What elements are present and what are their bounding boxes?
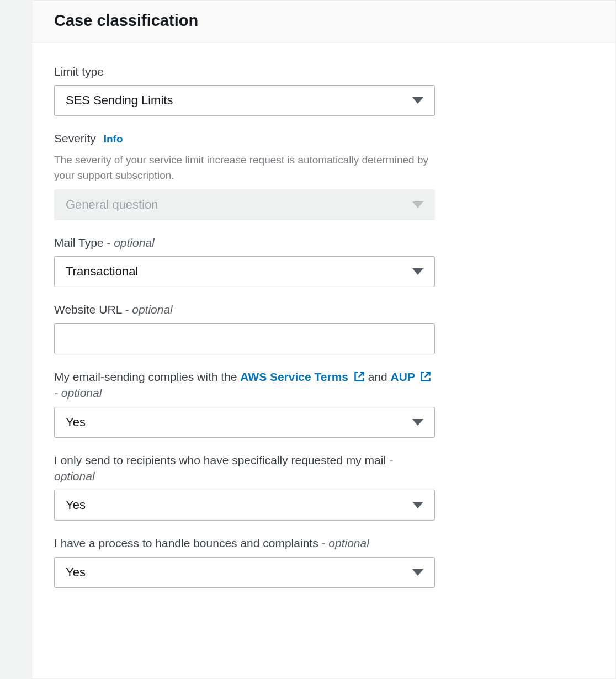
aup-link[interactable]: AUP [391,370,432,383]
panel-header: Case classification [32,1,615,43]
severity-label-row: Severity Info [54,130,435,147]
aws-service-terms-link[interactable]: AWS Service Terms [240,370,368,383]
field-limit-type: Limit type SES Sending Limits [54,63,435,116]
external-link-icon [420,371,431,382]
left-gutter [0,0,31,679]
website-url-optional: - optional [125,303,172,316]
bounces-optional: optional [328,537,369,549]
compliance-label-row: My email-sending complies with the AWS S… [54,369,435,401]
recipients-value: Yes [66,498,412,512]
field-website-url: Website URL - optional [54,301,435,354]
compliance-optional: - optional [54,386,102,399]
field-mail-type: Mail Type - optional Transactional [54,235,435,287]
recipients-label: I only send to recipients who have speci… [54,454,386,466]
case-classification-panel: Case classification Limit type SES Sendi… [31,0,616,679]
severity-value: General question [66,198,412,212]
external-link-icon [354,371,365,382]
field-recipients: I only send to recipients who have speci… [54,452,435,521]
field-bounces: I have a process to handle bounces and c… [54,535,435,587]
mail-type-value: Transactional [66,264,412,279]
severity-hint: The severity of your service limit incre… [54,152,435,183]
chevron-down-icon [412,201,423,208]
chevron-down-icon [412,97,423,104]
bounces-value: Yes [66,565,412,580]
chevron-down-icon [412,569,423,576]
limit-type-value: SES Sending Limits [66,93,412,108]
panel-title: Case classification [54,12,593,30]
mail-type-select[interactable]: Transactional [54,256,435,287]
limit-type-label: Limit type [54,63,435,79]
chevron-down-icon [412,419,423,426]
mail-type-label: Mail Type [54,236,104,249]
website-url-label: Website URL [54,303,122,316]
website-url-label-row: Website URL - optional [54,301,435,317]
mail-type-label-row: Mail Type - optional [54,235,435,251]
severity-select: General question [54,189,435,220]
compliance-select[interactable]: Yes [54,407,435,438]
bounces-select[interactable]: Yes [54,557,435,588]
chevron-down-icon [412,268,423,275]
compliance-value: Yes [66,415,412,429]
field-compliance: My email-sending complies with the AWS S… [54,369,435,438]
severity-info-link[interactable]: Info [104,133,123,145]
bounces-label-row: I have a process to handle bounces and c… [54,535,435,551]
chevron-down-icon [412,502,423,508]
bounces-label: I have a process to handle bounces and c… [54,537,321,549]
limit-type-select[interactable]: SES Sending Limits [54,85,435,116]
compliance-prefix: My email-sending complies with the [54,370,237,383]
recipients-label-row: I only send to recipients who have speci… [54,452,435,485]
recipients-select[interactable]: Yes [54,490,435,521]
field-severity: Severity Info The severity of your servi… [54,130,435,220]
compliance-and: and [368,370,387,383]
severity-label: Severity [54,132,96,145]
mail-type-optional: - optional [107,236,154,249]
website-url-input[interactable] [54,323,435,354]
